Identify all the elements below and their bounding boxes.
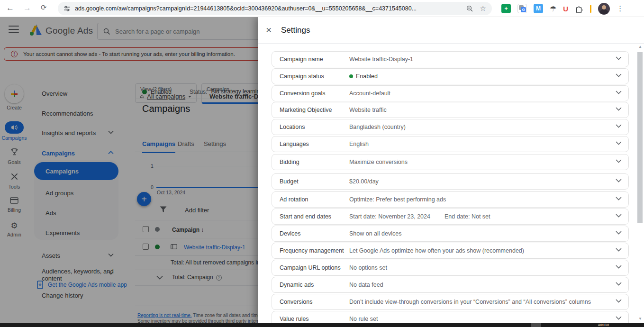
profile-avatar[interactable] [598, 3, 610, 15]
setting-value: Enabled [349, 73, 378, 80]
setting-label: Languages [280, 141, 309, 147]
settings-panel: × Settings Campaign nameWebsite traffic-… [258, 17, 644, 324]
scroll-up-icon[interactable]: ▲ [638, 45, 642, 49]
setting-value: No data feed [349, 282, 383, 288]
setting-value: Maximize conversions [349, 159, 408, 165]
setting-value: Optimize: Prefer best performing ads [349, 196, 446, 203]
setting-label: Frequency management [280, 247, 344, 254]
chevron-down-icon[interactable] [616, 248, 622, 252]
setting-value: $20.00/day [349, 178, 379, 185]
settings-row-campaign-status[interactable]: Campaign statusEnabled [272, 68, 629, 84]
chevron-down-icon[interactable] [616, 141, 622, 145]
setting-value: Website traffic-Display-1 [349, 56, 413, 63]
setting-label: Campaign status [280, 73, 324, 80]
chevron-down-icon[interactable] [616, 159, 622, 163]
zoom-icon[interactable] [466, 5, 473, 12]
setting-label: Value rules [280, 316, 309, 322]
setting-value: No options set [349, 264, 387, 271]
setting-label: Locations [280, 124, 305, 130]
setting-label: Campaign name [280, 56, 323, 63]
setting-value: Start date: November 23, 2024End date: N… [349, 213, 490, 220]
browser-forward-icon[interactable]: → [23, 3, 31, 13]
extensions-area: + G M ☂ U ⋮ [501, 0, 624, 17]
setting-value: Account-default [349, 90, 390, 97]
taskbar-partial-text: Add Bid [598, 323, 609, 327]
setting-label: Campaign URL options [280, 264, 341, 271]
settings-row-budget[interactable]: Budget$20.00/day [272, 173, 629, 190]
setting-label: Conversion goals [280, 90, 326, 97]
browser-toolbar: ← → ⟳ ads.google.com/aw/campaigns?campai… [0, 0, 644, 17]
chevron-down-icon[interactable] [616, 107, 622, 111]
chevron-down-icon[interactable] [616, 56, 622, 60]
m-extension-icon[interactable]: M [534, 4, 543, 13]
setting-value: Let Google Ads optimize how often your a… [349, 247, 524, 254]
settings-row-start-and-end-dates[interactable]: Start and end datesStart date: November … [272, 209, 629, 225]
settings-row-devices[interactable]: DevicesShow on all devices [272, 226, 629, 242]
setting-value: Don’t include view-through conversions i… [349, 299, 591, 305]
chevron-down-icon[interactable] [616, 91, 622, 94]
umbrella-extension-icon[interactable]: ☂ [550, 4, 556, 13]
settings-row-marketing-objective[interactable]: Marketing ObjectiveWebsite traffic [272, 102, 629, 118]
settings-row-bidding[interactable]: BiddingMaximize conversions [272, 154, 629, 170]
chevron-down-icon[interactable] [616, 73, 622, 77]
bookmark-star-icon[interactable]: ☆ [480, 4, 486, 13]
setting-label: Devices [280, 230, 300, 237]
address-bar[interactable]: ads.google.com/aw/campaigns?campaignId=2… [58, 2, 492, 15]
panel-scrollbar[interactable] [637, 52, 643, 223]
setting-value: English [349, 141, 369, 147]
settings-row-campaign-url-options[interactable]: Campaign URL optionsNo options set [272, 260, 629, 276]
setting-label: Budget [280, 178, 299, 185]
extensions-puzzle-icon[interactable] [575, 4, 583, 13]
chevron-down-icon[interactable] [616, 299, 622, 303]
setting-value: Show on all devices [349, 230, 401, 237]
settings-panel-header: × Settings [258, 17, 644, 44]
app-window: ← → ⟳ ads.google.com/aw/campaigns?campai… [0, 0, 644, 327]
enabled-status-dot [349, 74, 353, 78]
settings-row-conversions[interactable]: ConversionsDon’t include view-through co… [272, 294, 629, 310]
scroll-down-icon[interactable]: ▼ [638, 317, 642, 321]
settings-row-conversion-goals[interactable]: Conversion goalsAccount-default [272, 85, 629, 101]
browser-back-icon[interactable]: ← [6, 3, 14, 13]
settings-row-campaign-name[interactable]: Campaign nameWebsite traffic-Display-1 [272, 51, 629, 67]
setting-value: Website traffic [349, 107, 387, 113]
settings-row-languages[interactable]: LanguagesEnglish [272, 136, 629, 152]
setting-label: Dynamic ads [280, 282, 314, 288]
setting-label: Ad rotation [280, 196, 308, 203]
browser-refresh-icon[interactable]: ⟳ [41, 3, 47, 12]
chevron-down-icon[interactable] [616, 282, 622, 286]
setting-label: Start and end dates [280, 213, 331, 220]
site-settings-tune-icon[interactable] [63, 5, 70, 12]
settings-row-locations[interactable]: LocationsBangladesh (country) [272, 119, 629, 135]
setting-value: Bangladesh (country) [349, 124, 406, 130]
chevron-down-icon[interactable] [616, 179, 622, 182]
browser-menu-icon[interactable]: ⋮ [617, 4, 624, 13]
settings-row-dynamic-ads[interactable]: Dynamic adsNo data feed [272, 277, 629, 293]
extension-green-icon[interactable]: + [501, 4, 511, 13]
setting-label: Bidding [280, 159, 299, 165]
close-icon[interactable]: × [266, 25, 272, 35]
setting-value: No rule set [349, 316, 378, 322]
chevron-down-icon[interactable] [616, 214, 622, 218]
chevron-down-icon[interactable] [616, 197, 622, 200]
chevron-down-icon[interactable] [616, 265, 622, 269]
taskbar-segment [531, 323, 541, 327]
setting-label: Marketing Objective [280, 107, 332, 113]
settings-row-frequency-management[interactable]: Frequency managementLet Google Ads optim… [272, 243, 629, 259]
chevron-down-icon[interactable] [616, 316, 622, 320]
u-extension-icon[interactable]: U [563, 5, 568, 13]
settings-row-ad-rotation[interactable]: Ad rotationOptimize: Prefer best perform… [272, 191, 629, 208]
settings-panel-title: Settings [281, 26, 310, 35]
settings-row-value-rules[interactable]: Value rulesNo rule set [272, 311, 629, 324]
translate-extension-icon[interactable]: G [517, 4, 527, 13]
pinned-indicator-bar [590, 5, 591, 13]
url-text[interactable]: ads.google.com/aw/campaigns?campaignId=2… [75, 5, 466, 12]
setting-label: Conversions [280, 299, 312, 305]
chevron-down-icon[interactable] [616, 124, 622, 128]
bottom-taskbar-sliver: Add Bid [0, 323, 644, 327]
chevron-down-icon[interactable] [616, 231, 622, 235]
